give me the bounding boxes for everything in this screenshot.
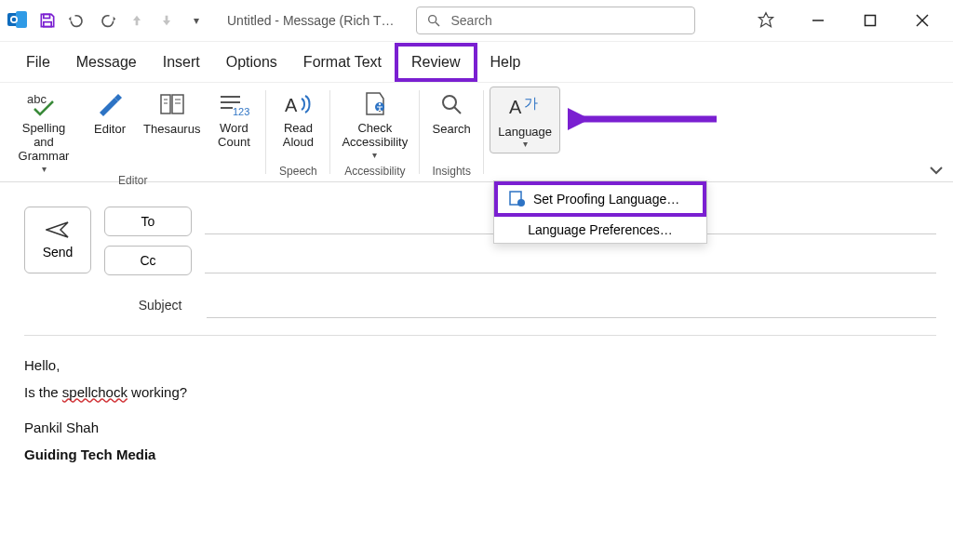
save-icon[interactable] xyxy=(35,8,60,33)
search-icon xyxy=(426,13,441,28)
signature-company: Guiding Tech Media xyxy=(24,442,936,469)
close-button[interactable] xyxy=(908,7,936,34)
premium-icon[interactable] xyxy=(752,7,780,34)
group-label-insights: Insights xyxy=(433,165,471,181)
thesaurus-button[interactable]: Thesaurus xyxy=(138,85,206,136)
misspelled-word: spellchock xyxy=(62,384,128,400)
language-button[interactable]: A가 Language ▾ xyxy=(490,87,560,153)
group-language: A가 Language ▾ xyxy=(484,83,566,181)
annotation-arrow xyxy=(568,102,726,140)
qat-more-icon[interactable]: ▾ xyxy=(184,8,208,33)
word-count-button[interactable]: 123 Word Count xyxy=(208,85,260,150)
proofing-language-icon xyxy=(509,191,526,207)
group-accessibility: Check Accessibility ▾ Accessibility xyxy=(330,83,419,181)
search-button[interactable]: Search xyxy=(425,85,477,136)
svg-point-24 xyxy=(443,96,456,109)
accessibility-icon xyxy=(361,88,389,120)
svg-point-29 xyxy=(517,199,525,207)
ribbon: abc Spelling and Grammar ▾ Editor Thesau… xyxy=(0,82,953,182)
maximize-button[interactable] xyxy=(856,7,884,34)
svg-point-23 xyxy=(379,103,381,105)
cc-button[interactable]: Cc xyxy=(104,246,192,275)
svg-text:A: A xyxy=(509,97,522,117)
chevron-down-icon: ▾ xyxy=(42,164,47,174)
tab-message[interactable]: Message xyxy=(63,47,150,78)
send-icon xyxy=(46,220,70,239)
menu-set-proofing-language[interactable]: Set Proofing Language… xyxy=(494,181,706,217)
read-aloud-button[interactable]: A Read Aloud xyxy=(272,85,324,150)
svg-point-6 xyxy=(429,16,436,23)
svg-rect-5 xyxy=(44,22,51,27)
down-arrow-icon xyxy=(154,8,179,33)
group-insights: Search Insights xyxy=(420,83,483,181)
svg-text:가: 가 xyxy=(524,95,538,111)
svg-text:A: A xyxy=(285,95,298,115)
undo-icon[interactable] xyxy=(65,8,89,33)
tab-format-text[interactable]: Format Text xyxy=(290,47,395,78)
chevron-down-icon: ▾ xyxy=(523,139,528,149)
abc-check-icon: abc xyxy=(25,88,62,120)
language-menu: Set Proofing Language… Language Preferen… xyxy=(493,180,707,244)
spelling-grammar-button[interactable]: abc Spelling and Grammar ▾ xyxy=(6,85,82,174)
tab-help[interactable]: Help xyxy=(477,47,534,78)
wordcount-icon: 123 xyxy=(218,88,249,120)
svg-rect-4 xyxy=(44,14,50,18)
group-label-speech: Speech xyxy=(279,165,317,181)
title-bar: ▾ Untitled - Message (Rich T… Search xyxy=(0,0,953,41)
tab-review[interactable]: Review xyxy=(395,43,476,82)
window-controls xyxy=(752,7,947,34)
group-label-accessibility: Accessibility xyxy=(344,165,405,181)
window-title: Untitled - Message (Rich T… xyxy=(227,13,394,28)
ribbon-tabs: File Message Insert Options Format Text … xyxy=(0,41,953,82)
menu-language-preferences[interactable]: Language Preferences… xyxy=(494,217,706,243)
group-label-editor: Editor xyxy=(118,174,147,191)
svg-point-3 xyxy=(12,18,17,22)
signature-name: Pankil Shah xyxy=(24,415,936,442)
subject-field[interactable] xyxy=(207,292,936,318)
svg-line-25 xyxy=(454,107,461,113)
send-button[interactable]: Send xyxy=(24,207,91,273)
check-accessibility-button[interactable]: Check Accessibility ▾ xyxy=(336,85,413,160)
book-icon xyxy=(158,88,186,120)
ribbon-collapse-icon[interactable] xyxy=(929,163,944,178)
compose-area: Send To Cc Subject Hello, Is the spellch… xyxy=(0,182,953,468)
up-arrow-icon xyxy=(125,8,149,33)
tab-file[interactable]: File xyxy=(13,47,63,78)
cc-field[interactable] xyxy=(205,247,936,273)
group-editor: abc Spelling and Grammar ▾ Editor Thesau… xyxy=(0,83,265,181)
search-placeholder: Search xyxy=(450,13,491,28)
redo-icon[interactable] xyxy=(95,8,119,33)
quick-access-toolbar: ▾ xyxy=(6,8,210,33)
svg-text:abc: abc xyxy=(27,92,47,106)
tab-insert[interactable]: Insert xyxy=(150,47,213,78)
body-line: Hello, xyxy=(24,353,936,380)
minimize-button[interactable] xyxy=(804,7,832,34)
read-aloud-icon: A xyxy=(283,88,313,120)
language-icon: A가 xyxy=(509,91,541,123)
body-line: Is the spellchock working? xyxy=(24,380,936,407)
magnifier-icon xyxy=(438,88,464,120)
search-box[interactable]: Search xyxy=(416,7,695,34)
svg-text:123: 123 xyxy=(233,106,249,117)
svg-rect-9 xyxy=(866,16,876,26)
tab-options[interactable]: Options xyxy=(213,47,290,78)
compose-header: Send To Cc xyxy=(24,207,936,285)
to-button[interactable]: To xyxy=(104,207,192,236)
message-body[interactable]: Hello, Is the spellchock working? Pankil… xyxy=(24,336,936,468)
chevron-down-icon: ▾ xyxy=(372,150,377,160)
outlook-icon xyxy=(6,8,30,33)
editor-pen-icon xyxy=(96,88,124,120)
svg-line-7 xyxy=(436,22,439,26)
subject-label: Subject xyxy=(132,298,188,313)
group-speech: A Read Aloud Speech xyxy=(266,83,329,181)
editor-button[interactable]: Editor xyxy=(84,85,136,136)
